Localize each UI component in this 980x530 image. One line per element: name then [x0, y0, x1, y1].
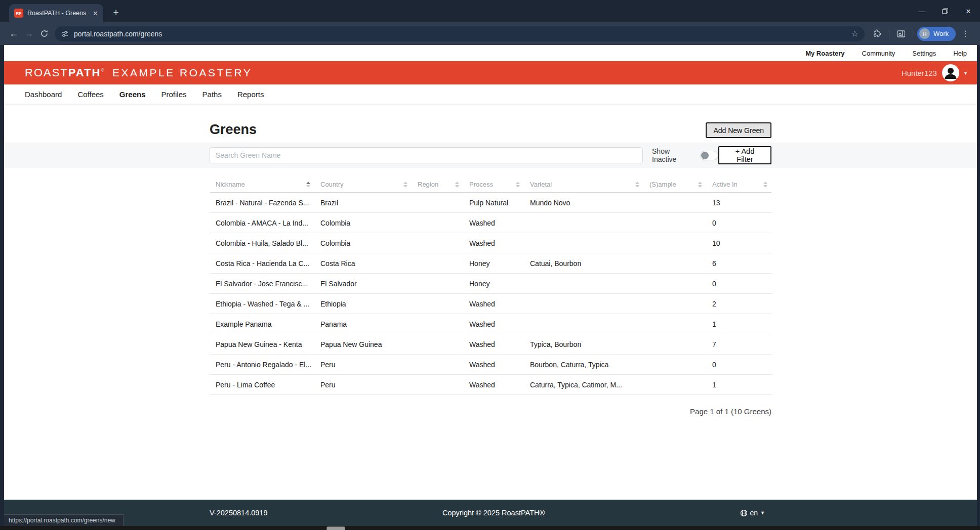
sort-arrows-icon[interactable] [306, 182, 310, 188]
utility-link-my-roastery[interactable]: My Roastery [805, 50, 844, 57]
table-row[interactable]: Peru - Lima CoffeePeruWashedCaturra, Typ… [210, 375, 771, 395]
cell-nickname: Costa Rica - Hacienda La C... [210, 253, 314, 273]
nav-tab-greens[interactable]: Greens [119, 90, 146, 99]
column-label: Region [418, 181, 438, 188]
table-row[interactable]: Brazil - Natural - Fazenda S...BrazilPul… [210, 193, 771, 213]
profile-avatar: H [919, 28, 930, 39]
nav-tab-coffees[interactable]: Coffees [77, 90, 103, 99]
column-label: Active In [712, 181, 738, 188]
person-icon [942, 64, 959, 81]
main-nav: DashboardCoffeesGreensProfilesPathsRepor… [4, 84, 977, 104]
show-inactive-toggle[interactable] [700, 151, 718, 160]
cell-nickname: Papua New Guinea - Kenta [210, 334, 314, 354]
utility-link-help[interactable]: Help [953, 50, 967, 57]
cell-sample [643, 233, 706, 253]
new-tab-button[interactable]: + [109, 6, 123, 19]
cell-region [412, 213, 463, 233]
cell-active-in: 10 [706, 233, 771, 253]
reload-button[interactable] [36, 26, 52, 41]
column-header-s-ample[interactable]: (S)ample [643, 176, 706, 192]
language-selector[interactable]: en ▼ [740, 509, 765, 517]
sort-arrows-icon[interactable] [455, 182, 459, 188]
column-header-process[interactable]: Process [463, 176, 524, 192]
user-avatar[interactable] [942, 64, 959, 81]
profile-chip[interactable]: H Work [917, 27, 956, 41]
profile-name: Work [933, 30, 949, 37]
back-button[interactable]: ← [6, 26, 21, 41]
site-settings-icon[interactable] [61, 30, 69, 38]
table-row[interactable]: Ethiopia - Washed - Tega & ...EthiopiaWa… [210, 294, 771, 314]
add-new-green-button[interactable]: Add New Green [706, 122, 771, 138]
tab-close-icon[interactable]: ✕ [93, 10, 98, 17]
cell-nickname: Colombia - Huila, Salado Bl... [210, 233, 314, 253]
cell-varietal: Bourbon, Caturra, Typica [524, 355, 643, 374]
taskbar-peek [326, 526, 345, 530]
column-header-region[interactable]: Region [412, 176, 463, 192]
forward-button[interactable]: → [21, 26, 36, 41]
cell-active-in: 0 [706, 355, 771, 374]
puzzle-icon [873, 29, 881, 38]
column-header-active-in[interactable]: Active In [706, 176, 771, 192]
table-row[interactable]: Papua New Guinea - KentaPapua New Guinea… [210, 334, 771, 355]
cell-region [412, 314, 463, 334]
utility-link-community[interactable]: Community [862, 50, 895, 57]
search-input[interactable] [210, 147, 643, 163]
cell-varietal: Caturra, Typica, Catimor, M... [524, 375, 643, 394]
url-text[interactable]: portal.roastpath.com/greens [74, 30, 846, 38]
user-menu-caret-icon[interactable]: ▾ [964, 70, 967, 76]
cell-country: Papua New Guinea [314, 334, 412, 354]
cell-sample [643, 193, 706, 212]
cell-varietal [524, 314, 643, 334]
cell-country: Peru [314, 355, 412, 374]
window-minimize-button[interactable]: — [910, 0, 933, 22]
window-close-button[interactable]: ✕ [957, 0, 980, 22]
cell-active-in: 0 [706, 274, 771, 293]
table-row[interactable]: El Salvador - Jose Francisc...El Salvado… [210, 274, 771, 294]
cell-active-in: 0 [706, 213, 771, 233]
address-bar[interactable]: portal.roastpath.com/greens ☆ [55, 26, 865, 41]
logo-registered-mark: ® [101, 68, 104, 73]
roastpath-logo[interactable]: ROASTPATH® EXAMPLE ROASTERY [25, 66, 252, 79]
nav-tab-dashboard[interactable]: Dashboard [25, 90, 62, 99]
cell-process: Washed [463, 294, 524, 314]
nav-tab-profiles[interactable]: Profiles [161, 90, 187, 99]
cell-country: Brazil [314, 193, 412, 212]
username: Hunter123 [902, 69, 937, 77]
column-label: (S)ample [649, 181, 676, 188]
add-filter-button[interactable]: + Add Filter [718, 146, 771, 164]
table-row[interactable]: Costa Rica - Hacienda La C...Costa RicaH… [210, 253, 771, 274]
table-row[interactable]: Peru - Antonio Regalado - El...PeruWashe… [210, 355, 771, 375]
cell-country: Colombia [314, 233, 412, 253]
sort-arrows-icon[interactable] [516, 182, 520, 188]
sort-arrows-icon[interactable] [698, 182, 702, 188]
table-row[interactable]: Colombia - Huila, Salado Bl...ColombiaWa… [210, 233, 771, 253]
version-label: V-20250814.0919 [210, 509, 268, 517]
cell-process: Washed [463, 334, 524, 354]
extensions-button[interactable] [870, 26, 885, 41]
table-row[interactable]: Colombia - AMACA - La Ind...ColombiaWash… [210, 213, 771, 233]
page-title: Greens [210, 122, 771, 138]
cell-process: Washed [463, 233, 524, 253]
column-header-varietal[interactable]: Varietal [524, 176, 643, 192]
side-panel-button[interactable] [893, 26, 909, 41]
cell-varietal [524, 294, 643, 314]
sort-arrows-icon[interactable] [403, 182, 407, 188]
chrome-menu-button[interactable]: ⋮ [960, 29, 971, 38]
sort-arrows-icon[interactable] [635, 182, 639, 188]
utility-link-settings[interactable]: Settings [912, 50, 936, 57]
column-header-nickname[interactable]: Nickname [210, 176, 314, 192]
cell-country: Costa Rica [314, 253, 412, 273]
cell-country: El Salvador [314, 274, 412, 293]
column-header-country[interactable]: Country [314, 176, 412, 192]
window-restore-button[interactable] [933, 0, 957, 22]
bookmark-star-icon[interactable]: ☆ [851, 29, 859, 38]
nav-tab-reports[interactable]: Reports [237, 90, 264, 99]
main-content: Greens Add New Green Show Inactive + Add… [4, 104, 977, 416]
browser-tab[interactable]: RP RoastPATH - Greens ✕ [9, 4, 103, 22]
sort-arrows-icon[interactable] [763, 182, 767, 188]
browser-toolbar: ← → portal.roastpath.com/greens ☆ [0, 22, 980, 45]
cell-region [412, 334, 463, 354]
cell-varietal [524, 233, 643, 253]
table-row[interactable]: Example PanamaPanamaWashed1 [210, 314, 771, 334]
nav-tab-paths[interactable]: Paths [202, 90, 222, 99]
